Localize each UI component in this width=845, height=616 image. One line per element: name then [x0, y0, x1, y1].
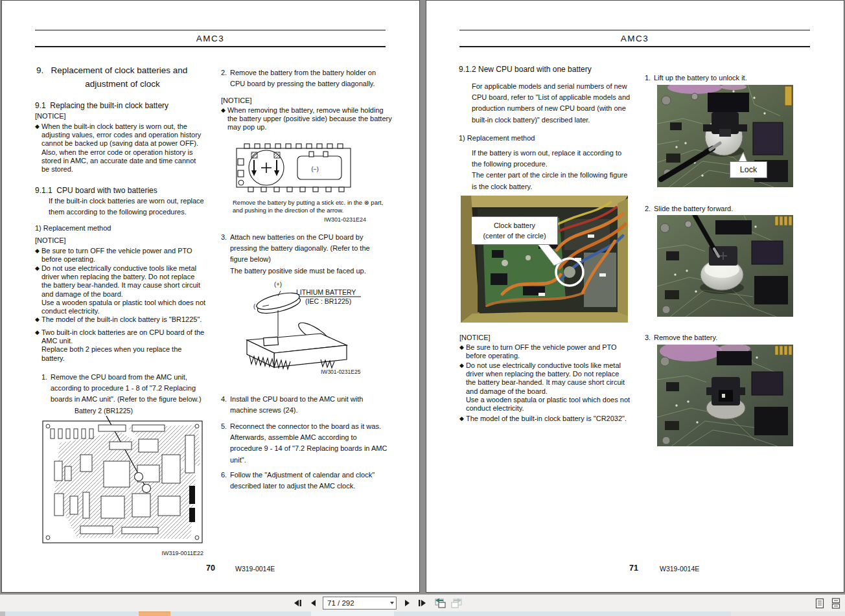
clock-battery-callout: Clock battery (center of the circle) [471, 216, 558, 245]
section91-title: 9.1 Replacing the built-in clock battery [35, 101, 168, 110]
diamond-bullet-icon: ◆ [459, 361, 464, 413]
notice-label-2: [NOTICE] [35, 236, 66, 245]
page-number: 71 [629, 564, 638, 573]
method-body-right: If the battery is worn out, replace it a… [472, 148, 627, 192]
notice-worn-bullet: ◆ When the built-in clock battery is wor… [35, 122, 216, 174]
viewer-toolbar [0, 594, 845, 611]
step-6: 6. Follow the "Adjustment of calendar an… [221, 470, 393, 492]
diamond-bullet-icon: ◆ [459, 343, 464, 360]
step-4: 4. Install the CPU board to the AMC unit… [221, 394, 393, 416]
step-1: 1. Remove the CPU board from the AMC uni… [41, 372, 207, 405]
section9-title-line1: 9. Replacement of clock batteries and [36, 65, 187, 75]
method-title-right: 1) Replacement method [459, 134, 535, 143]
notice-model-bullet: ◆ The model of the built-in clock batter… [35, 315, 216, 324]
figure-battery-holder-diagram: (−) [233, 142, 357, 198]
notice-two-batteries-text: Two built-in clock batteries are on CPU … [41, 328, 216, 363]
photo-amc-unit-image [461, 196, 628, 323]
section912-body: For applicable models and serial numbers… [472, 81, 630, 126]
figure-holder-caption: Remove the battery by putting a stick et… [233, 199, 391, 214]
notice-model-bullet-right: ◆ The model of the built-in clock batter… [459, 415, 641, 423]
notice-tools-bullet-right: ◆ Do not use electrically conductive too… [459, 361, 641, 413]
battery-plus-label: (+) [274, 280, 282, 288]
notice-model-text-right: The model of the built-in clock battery … [466, 415, 641, 423]
notice-power-bullet-right: ◆ Be sure to turn OFF the vehicle power … [459, 343, 641, 360]
scrollbar-thumb[interactable] [139, 611, 170, 616]
notice-tools-bullet: ◆ Do not use electrically conductive too… [35, 264, 216, 315]
figure-holder-code: IW301-0231E24 [220, 216, 366, 223]
first-page-button[interactable] [292, 598, 303, 608]
diamond-bullet-icon: ◆ [35, 315, 40, 324]
notice-remove-bullet: ◆ When removing the battery, remove whil… [221, 106, 402, 132]
page-71: AMC3 9.1.2 New CPU board with one batter… [426, 0, 844, 593]
photo-lift-battery: Lock [657, 85, 793, 187]
figure-battery-code: IW301-0231E25 [321, 369, 361, 375]
chevron-down-icon[interactable] [390, 602, 394, 604]
step-3: 3. Attach new batteries on the CPU board… [221, 232, 393, 277]
photo-lift-battery-image [657, 85, 793, 187]
facing-page-layout-button[interactable] [830, 598, 842, 608]
section911-body: If the built-in clock batteries are worn… [49, 196, 204, 218]
photo-step-2-caption: 2. Slide the battery forward. [645, 203, 733, 214]
method-title: 1) Replacement method [35, 224, 111, 233]
previous-view-button[interactable] [433, 598, 447, 608]
section912-title: 9.1.2 New CPU board with one battery [459, 65, 592, 74]
single-page-layout-button[interactable] [814, 598, 826, 608]
notice-power-text: Be sure to turn OFF the vehicle power an… [466, 343, 641, 360]
document-canvas[interactable]: AMC3 9. Replacement of clock batteries a… [0, 0, 845, 593]
figure-board-label: Battery 2 (BR1225) [75, 407, 133, 415]
notice-model-text: The model of the built-in clock battery … [41, 315, 216, 324]
diamond-bullet-icon: ◆ [35, 264, 40, 315]
notice-power-bullet: ◆ Be sure to turn OFF the vehicle power … [35, 247, 216, 264]
notice-label-4: [NOTICE] [459, 334, 491, 342]
lithium-battery-label: LITHIUM BATTERY [296, 288, 356, 296]
scrollbar-light-segment [311, 611, 394, 616]
next-view-button[interactable] [450, 598, 464, 608]
notice-tools-text: Do not use electrically conductive tools… [41, 264, 216, 315]
page-header: AMC3 [35, 30, 386, 47]
notice-two-batteries-bullet: ◆ Two built-in clock batteries are on CP… [35, 328, 216, 363]
battery-iec-label: (IEC : BR1225) [305, 297, 351, 305]
figure-lithium-battery-diagram: (+) (−) LITHIUM BATTERY (IEC : BR1225) [224, 278, 369, 376]
figure-cpu-board-diagram [41, 416, 203, 549]
diamond-bullet-icon: ◆ [221, 106, 226, 132]
section911-title: 9.1.1 CPU board with two batteries [35, 186, 157, 195]
holder-minus-label: (−) [311, 166, 318, 172]
lock-callout: Lock [730, 161, 767, 178]
page-70: AMC3 9. Replacement of clock batteries a… [1, 0, 420, 593]
photo-slide-battery [657, 215, 793, 317]
photo-step-1-caption: 1. Lift up the battery to unlock it. [645, 73, 747, 84]
scrollbar-end-segment [731, 611, 845, 616]
last-page-button[interactable] [416, 598, 428, 608]
photo-remove-battery [657, 345, 793, 446]
diamond-bullet-icon: ◆ [35, 122, 40, 174]
scrollbar-corner [0, 611, 5, 616]
notice-power-text: Be sure to turn OFF the vehicle power an… [41, 247, 216, 264]
doc-code: W319-0014E [235, 565, 275, 573]
notice-label-1: [NOTICE] [35, 112, 66, 120]
step-5: 5. Reconnect the connector to the board … [221, 421, 393, 466]
doc-code: W319-0014E [660, 565, 699, 573]
photo-remove-battery-image [657, 345, 793, 446]
notice-tools-text: Do not use electrically conductive tools… [466, 361, 641, 413]
page-header: AMC3 [459, 30, 810, 47]
pdf-viewer-window: AMC3 9. Replacement of clock batteries a… [0, 0, 845, 616]
photo-slide-battery-image [657, 215, 793, 317]
diamond-bullet-icon: ◆ [35, 247, 40, 264]
step-2: 2. Remove the battery from the battery h… [221, 67, 393, 89]
page-indicator-combobox[interactable] [323, 597, 397, 610]
previous-page-button[interactable] [307, 598, 319, 608]
diamond-bullet-icon: ◆ [35, 328, 40, 363]
notice-label-3: [NOTICE] [221, 97, 252, 105]
figure-board-code: IW319-0011E22 [41, 550, 203, 556]
photo-step-3-caption: 3. Remove the battery. [645, 332, 717, 343]
photo-amc-unit: Clock battery (center of the circle) [461, 196, 628, 323]
horizontal-scrollbar[interactable] [0, 611, 845, 616]
diamond-bullet-icon: ◆ [459, 415, 464, 423]
section9-title-line2: adjustment of clock [36, 79, 209, 89]
page-number: 70 [206, 564, 215, 573]
notice-remove-text: When removing the battery, remove while … [227, 106, 402, 132]
next-page-button[interactable] [402, 598, 413, 608]
notice-worn-text: When the built-in clock battery is worn … [41, 122, 216, 174]
page-indicator-input[interactable] [325, 598, 387, 608]
